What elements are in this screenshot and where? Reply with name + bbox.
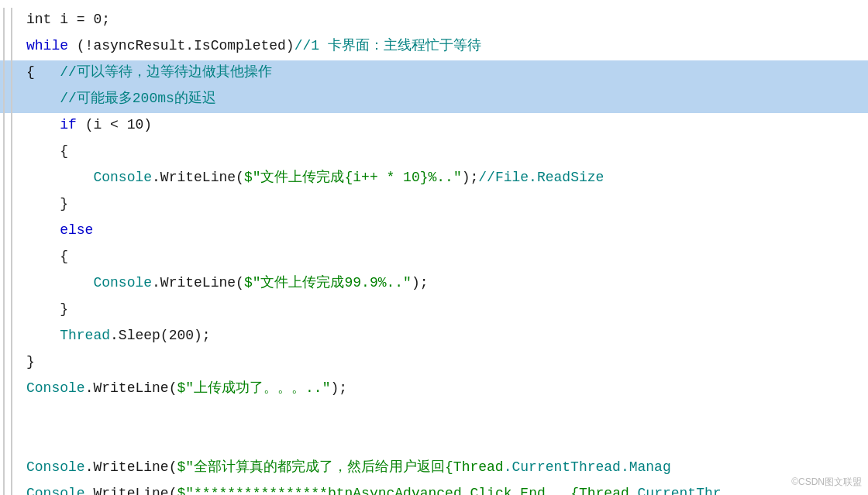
line-gutter — [0, 218, 22, 245]
vertical-guide-line-2 — [11, 192, 12, 218]
code-line: } — [0, 350, 868, 376]
code-line: Console.WriteLine($"****************btnA… — [0, 482, 868, 495]
line-content: int i = 0; — [22, 8, 868, 34]
line-gutter — [0, 245, 22, 271]
code-line: Console.WriteLine($"文件上传完成99.9%.."); — [0, 271, 868, 297]
code-token: { — [26, 64, 60, 80]
line-content: } — [22, 350, 868, 376]
line-content: else — [22, 218, 868, 245]
vertical-guide-line-2 — [11, 455, 12, 482]
line-gutter — [0, 192, 22, 218]
vertical-guide-line-2 — [11, 113, 12, 139]
vertical-guide-line — [3, 297, 5, 324]
vertical-guide-line-2 — [11, 60, 12, 87]
code-token: Thread — [60, 328, 110, 343]
line-content: } — [22, 192, 868, 218]
code-line: Console.WriteLine($"上传成功了。。。.."); — [0, 376, 868, 403]
line-gutter — [0, 34, 22, 60]
code-token: { — [26, 143, 68, 159]
line-content: Console.WriteLine($"上传成功了。。。.."); — [22, 376, 868, 403]
code-token: i = 0; — [51, 12, 110, 27]
vertical-guide-line — [3, 87, 5, 113]
code-token: ); — [462, 170, 479, 185]
code-line: //可能最多200ms的延迟 — [0, 87, 868, 113]
code-line — [0, 403, 868, 429]
line-content: Console.WriteLine($"全部计算真的都完成了，然后给用户返回{T… — [22, 455, 868, 482]
vertical-guide-line-2 — [11, 139, 12, 166]
vertical-guide-line — [3, 429, 5, 455]
line-content: while (!asyncResult.IsCompleted)//1 卡界面：… — [22, 34, 868, 60]
code-token: $"上传成功了。。。.." — [177, 380, 330, 396]
line-gutter — [0, 429, 22, 455]
line-content: if (i < 10) — [22, 113, 868, 139]
code-token: $"****************btnAsyncAdvanced_Click… — [177, 486, 629, 495]
code-token: (!asyncResult.IsCompleted) — [68, 38, 294, 53]
code-line: Console.WriteLine($"文件上传完成{i++ * 10}%.."… — [0, 166, 868, 192]
line-gutter — [0, 455, 22, 482]
code-token: Console — [26, 380, 85, 396]
vertical-guide-line-2 — [11, 403, 12, 429]
line-gutter — [0, 376, 22, 403]
code-line: { — [0, 139, 868, 166]
vertical-guide-line — [3, 482, 5, 495]
vertical-guide-line-2 — [11, 482, 12, 495]
code-token: } — [26, 196, 68, 211]
line-content: } — [22, 297, 868, 324]
line-gutter — [0, 324, 22, 350]
line-content — [22, 429, 868, 455]
code-token: if — [60, 117, 77, 132]
line-content: Console.WriteLine($"文件上传完成99.9%.."); — [22, 271, 868, 297]
code-token: $"文件上传完成99.9%.." — [244, 275, 412, 290]
code-line: { — [0, 245, 868, 271]
vertical-guide-line-2 — [11, 8, 12, 34]
code-token: } — [26, 354, 35, 370]
line-content: Console.WriteLine($"****************btnA… — [22, 482, 868, 495]
code-token: //可以等待，边等待边做其他操作 — [60, 64, 272, 80]
line-content: Thread.Sleep(200); — [22, 324, 868, 350]
code-token — [26, 170, 93, 185]
vertical-guide-line-2 — [11, 34, 12, 60]
line-content: Console.WriteLine($"文件上传完成{i++ * 10}%.."… — [22, 166, 868, 192]
code-token: $"全部计算真的都完成了，然后给用户返回{Thread — [177, 459, 503, 475]
code-token: //1 卡界面：主线程忙于等待 — [294, 38, 481, 53]
vertical-guide-line — [3, 245, 5, 271]
vertical-guide-line — [3, 34, 5, 60]
line-gutter — [0, 166, 22, 192]
code-token: //可能最多200ms的延迟 — [26, 91, 216, 106]
code-token — [26, 275, 93, 290]
code-token — [26, 328, 60, 343]
code-token: int — [26, 12, 51, 27]
vertical-guide-line-2 — [11, 87, 12, 113]
code-line: if (i < 10) — [0, 113, 868, 139]
code-line — [0, 429, 868, 455]
code-token: .WriteLine( — [85, 486, 177, 495]
code-token: .WriteLine( — [152, 275, 244, 290]
code-token: .Sleep(200); — [110, 328, 211, 343]
code-token — [26, 117, 60, 132]
vertical-guide-line — [3, 166, 5, 192]
code-line: while (!asyncResult.IsCompleted)//1 卡界面：… — [0, 34, 868, 60]
line-gutter — [0, 8, 22, 34]
vertical-guide-line — [3, 139, 5, 166]
code-token: while — [26, 38, 68, 53]
line-content: { — [22, 139, 868, 166]
vertical-guide-line-2 — [11, 245, 12, 271]
vertical-guide-line — [3, 8, 5, 34]
line-content: { — [22, 245, 868, 271]
code-line: else — [0, 218, 868, 245]
code-token: else — [60, 222, 93, 238]
vertical-guide-line — [3, 192, 5, 218]
vertical-guide-line — [3, 455, 5, 482]
code-token: ); — [330, 380, 347, 396]
line-gutter — [0, 350, 22, 376]
vertical-guide-line — [3, 218, 5, 245]
code-line: { //可以等待，边等待边做其他操作 — [0, 60, 868, 87]
code-token: ); — [412, 275, 429, 290]
line-content: //可能最多200ms的延迟 — [22, 87, 868, 113]
code-token: .CurrentThr — [629, 486, 722, 495]
code-line: } — [0, 192, 868, 218]
code-line: Thread.Sleep(200); — [0, 324, 868, 350]
code-token: $"文件上传完成{i++ * 10}%.." — [244, 170, 462, 185]
code-token: } — [26, 301, 68, 317]
code-editor: int i = 0;while (!asyncResult.IsComplete… — [0, 0, 868, 495]
